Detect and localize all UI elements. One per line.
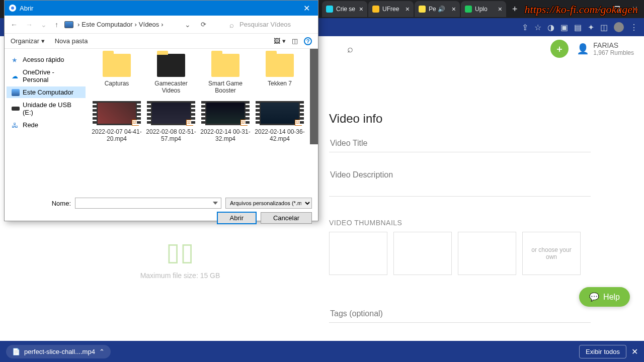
browser-tab[interactable]: Crie se× — [322, 1, 367, 17]
upload-button[interactable]: ＋ — [550, 40, 569, 58]
new-folder-button[interactable]: Nova pasta — [55, 37, 88, 45]
folder-icon — [157, 54, 185, 77]
filename-label: Nome: — [11, 200, 71, 207]
file-icon: 📄 — [12, 348, 20, 355]
watermark: https://ko-fi.com/gokagen — [525, 3, 638, 16]
dialog-titlebar[interactable]: Abrir ✕ — [5, 1, 318, 16]
folder-icon — [103, 54, 131, 77]
tab-close-icon[interactable]: × — [359, 5, 363, 13]
organize-menu[interactable]: Organizar ▾ — [11, 37, 45, 45]
files-area[interactable]: CapturasGamecaster VideosSmart Game Boos… — [88, 49, 318, 195]
user-name: FARIAS — [593, 41, 634, 49]
sidebar-item[interactable]: ★Acesso rápido — [7, 54, 86, 65]
browser-tab[interactable]: Uplo× — [461, 1, 506, 17]
thumbnails-label: VIDEO THUMBNAILS — [329, 219, 591, 227]
thumbnail-slot[interactable] — [393, 232, 452, 275]
tab-close-icon[interactable]: × — [406, 5, 410, 13]
video-thumbnail-icon: 321 — [96, 101, 137, 125]
tab-close-icon[interactable]: × — [498, 5, 502, 13]
chevron-up-icon[interactable]: ⌃ — [99, 348, 105, 355]
recent-dropdown[interactable]: ⌄ — [39, 21, 49, 29]
filename-input[interactable] — [75, 198, 221, 209]
breadcrumb-dropdown[interactable]: ⌄ — [183, 21, 193, 29]
filetype-select[interactable]: Arquivos personalizados (*.m4v — [225, 198, 312, 209]
svg-point-1 — [11, 7, 14, 10]
cancel-button[interactable]: Cancelar — [261, 212, 312, 224]
forward-button[interactable]: → — [24, 21, 35, 29]
tags-input[interactable] — [329, 305, 591, 323]
sidebar-item[interactable]: ☁OneDrive - Personal — [7, 66, 86, 85]
breadcrumb-sep: › — [135, 21, 137, 28]
folder-item[interactable]: Capturas — [92, 53, 142, 94]
video-thumbnail-icon: 321 — [259, 101, 300, 125]
video-description-input[interactable] — [329, 166, 591, 197]
video-file-item[interactable]: 3212022-02-14 00-36-42.mp4 — [255, 100, 305, 142]
star-icon: ★ — [12, 56, 20, 63]
thumbnail-choose-own[interactable]: or choose your own — [522, 232, 581, 275]
upload-dropzone[interactable]: ▯▯ Maximum file size: 15 GB — [54, 237, 306, 280]
view-mode-button[interactable]: 🖼 ▾ — [274, 37, 286, 45]
breadcrumb-item[interactable]: Vídeos — [139, 21, 159, 28]
folder-item[interactable]: Tekken 7 — [255, 53, 305, 94]
folder-item[interactable]: Gamecaster Videos — [146, 53, 196, 94]
pc-icon — [12, 89, 20, 96]
extensions-icon[interactable]: ✦ — [588, 23, 594, 32]
thumbnail-slot[interactable] — [458, 232, 516, 275]
download-item[interactable]: 📄 perfect-slice-chall....mp4 ⌃ — [6, 345, 111, 358]
breadcrumb-sep: › — [161, 21, 163, 28]
browser-tab[interactable]: Pe 🔊× — [415, 1, 460, 17]
sidepanel-icon[interactable]: ◫ — [600, 23, 608, 32]
cloud-icon: ☁ — [12, 72, 20, 79]
bookmark-icon[interactable]: ☆ — [534, 23, 541, 32]
sidebar-item[interactable]: Unidade de USB (E:) — [7, 99, 86, 118]
video-thumbnail-icon: 321 — [205, 101, 246, 125]
usb-icon — [12, 107, 20, 111]
chrome-icon — [9, 4, 17, 12]
open-button[interactable]: Abrir — [217, 212, 257, 224]
sidebar-item[interactable]: Este Computador — [7, 86, 86, 98]
video-file-item[interactable]: 3212022-02-14 00-31-32.mp4 — [200, 100, 251, 142]
browser-tab[interactable]: UFree× — [368, 1, 414, 17]
video-file-item[interactable]: 3212022-02-07 04-41-20.mp4 — [92, 100, 142, 142]
sidebar-item[interactable]: 🖧Rede — [7, 119, 86, 131]
dialog-close-button[interactable]: ✕ — [299, 4, 314, 13]
folder-icon — [211, 54, 239, 77]
folder-icon — [266, 54, 294, 77]
user-rumbles: 1,967 Rumbles — [593, 49, 634, 56]
extension-icon[interactable]: ▣ — [560, 23, 568, 32]
breadcrumb-item[interactable]: Este Computador — [82, 21, 132, 28]
close-shelf-button[interactable]: ✕ — [631, 347, 638, 356]
share-icon[interactable]: ⇪ — [522, 23, 528, 32]
dialog-nav: ← → ⌄ ↑ › Este Computador › Vídeos › ⌄ ⟳… — [5, 16, 318, 34]
scrollbar-thumb[interactable] — [310, 49, 318, 144]
extension-icon[interactable]: ◑ — [547, 23, 554, 32]
upload-logo-icon: ▯▯ — [54, 237, 306, 266]
video-file-item[interactable]: 3212022-02-08 02-51-57.mp4 — [146, 100, 196, 142]
profile-avatar[interactable] — [614, 22, 624, 32]
user-menu[interactable]: 👤 FARIAS 1,967 Rumbles — [577, 41, 634, 56]
thumbnail-slot[interactable] — [329, 232, 387, 275]
up-button[interactable]: ↑ — [53, 21, 60, 29]
download-shelf: 📄 perfect-slice-chall....mp4 ⌃ Exibir to… — [0, 341, 644, 362]
extension-icon[interactable]: ▤ — [574, 23, 582, 32]
video-title-input[interactable] — [329, 135, 591, 152]
help-button[interactable]: 💬 Help — [579, 287, 630, 307]
pc-icon — [64, 21, 73, 28]
net-icon: 🖧 — [12, 122, 20, 129]
help-icon[interactable]: ? — [304, 37, 312, 45]
dialog-sidebar: ★Acesso rápido☁OneDrive - PersonalEste C… — [5, 49, 88, 195]
show-all-downloads-button[interactable]: Exibir todos — [579, 345, 626, 358]
new-tab-button[interactable]: + — [507, 4, 523, 15]
menu-icon[interactable]: ⋮ — [630, 23, 638, 32]
tab-close-icon[interactable]: × — [452, 5, 456, 13]
section-heading: Video info — [329, 112, 591, 126]
search-icon[interactable]: ⌕ — [347, 43, 353, 55]
folder-item[interactable]: Smart Game Booster — [200, 53, 251, 94]
preview-pane-button[interactable]: ◫ — [292, 37, 298, 45]
chat-icon: 💬 — [589, 292, 599, 302]
favicon-icon — [419, 6, 426, 13]
search-input[interactable]: Pesquisar Vídeos — [228, 21, 314, 28]
video-thumbnail-icon: 321 — [150, 101, 192, 125]
refresh-button[interactable]: ⟳ — [201, 21, 206, 28]
back-button[interactable]: ← — [9, 21, 20, 29]
